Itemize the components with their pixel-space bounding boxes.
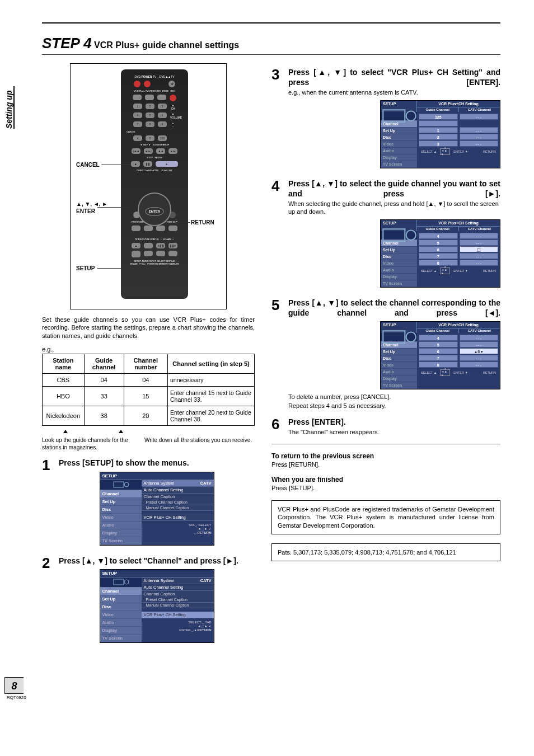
cell [460,341,499,348]
nav-pad-icon [440,369,450,376]
nav-tvscreen: TV Screen [100,635,142,642]
nav-disc: Disc [381,355,417,362]
svg-rect-0 [114,482,124,487]
content-caption: Channel Caption [142,591,214,597]
cell: Enter channel 20 next to Guide Channel 3… [167,406,254,425]
nav-audio: Audio [100,522,142,529]
th-channel-num: Channel number [124,354,167,373]
cell: 15 [124,386,167,406]
cell: CBS [43,373,85,386]
callout-cancel: CANCEL [76,162,100,168]
step-3-head: Press [▲, ▼] to select "VCR Plus+ CH Set… [288,67,500,87]
cell: 125 [419,114,458,120]
table-row: HBO 33 15 Enter channel 15 next to Guide… [43,386,255,406]
trademark-box: VCR Plus+ and PlusCode are registered tr… [271,500,500,534]
cell [460,134,499,140]
cell [460,233,499,239]
cell: 7 [419,355,458,361]
screen-foot: SELECT ▲ENTER ▼RETURN [419,266,498,275]
cell: unnecessary [167,373,254,386]
step-4-head: Press [▲, ▼] to select the guide channel… [288,179,500,199]
below-left-note: Look up the guide channels for the stati… [42,437,137,451]
patents-box: Pats. 5,307,173; 5,335,079; 4,908,713; 4… [271,543,500,561]
setup-screen-5: SETUP VCR Plus+CH Setting Guide ChannelC… [380,321,500,389]
arrow-up-icon [119,430,123,433]
page-number: 8 [4,677,24,694]
dpad [138,192,171,226]
cell [460,253,499,259]
cell: 5 [419,341,458,348]
return-text: Press [RETURN]. [271,461,500,468]
cell [460,114,499,120]
step-number: 2 [42,556,59,646]
svg-rect-6 [383,229,405,241]
content-preset: Preset Channel Caption [142,597,214,603]
nav-setup: Set Up [381,128,417,134]
cell: 4 [419,233,458,239]
cell: 04 [124,373,167,386]
cell [460,140,499,147]
step-6-note: The "Channel" screen reappears. [288,428,500,436]
th-channel-setting: Channel setting (in step 5) [167,354,254,373]
step-number: 3 [271,67,288,172]
hint: SELECT◡ TAB ◄⬚► ↲ ENTER◡ ● RETURN [142,618,214,633]
callout-return: RETURN [191,219,214,226]
cell: 33 [84,386,124,406]
content-auto: Auto Channel Setting [142,487,214,494]
step-5-head: Press [▲, ▼] to select the channel corre… [288,298,500,318]
step-6-head: Press [ENTER]. [288,417,500,427]
cell: 38 [84,406,124,425]
cell [460,355,499,361]
screen-title: VCR Plus+CH Setting [417,322,500,328]
cell: 1 [419,127,458,133]
nav-disc: Disc [381,134,417,141]
nav-display: Display [381,154,417,161]
tv-icon [100,480,142,490]
page-title: STEP 4 VCR Plus+ guide channel settings [42,35,500,55]
step-number: 5 [271,298,288,410]
nav-disc: Disc [100,506,142,514]
nav-tvscreen: TV Screen [381,161,417,168]
th-station: Station name [43,354,85,373]
setup-screen-1: SETUP Channel Set Up Disc Video Audio Di… [100,472,214,546]
cell [460,127,499,133]
step-2-head: Press [▲, ▼] to select "Channel" and pre… [59,556,255,566]
screen-title: VCR Plus+CH Setting [417,220,500,227]
screen-foot: SELECT ▲ENTER ▼RETURN [419,147,498,156]
nav-display: Display [100,529,142,537]
col-guide: Guide Channel [417,107,459,112]
svg-point-3 [124,580,129,584]
cell: 7 [419,253,458,259]
cell [419,120,458,126]
cell: 04 [84,373,124,386]
screen-foot: SELECT ▲ENTER ▼RETURN [419,368,498,377]
nav-channel: Channel [100,588,142,595]
below-right-note: Write down all the stations you can rece… [144,437,255,451]
content-antenna: Antenna SystemCATV [142,577,214,584]
nav-video: Video [100,611,142,619]
step-4-note: When selecting the guide channel, press … [288,200,500,216]
content-auto: Auto Channel Setting [142,584,214,591]
nav-setup: Set Up [100,498,142,506]
svg-point-7 [406,230,415,240]
hint: TAB◡ SELECT ◄⬚► ↲ ◡ RETURN [142,521,214,536]
table-row: CBS 04 04 unnecessary [43,373,255,386]
screen-header: SETUP [100,570,214,577]
nav-pad-icon [440,267,450,274]
content-caption: Channel Caption [142,494,214,500]
svg-point-9 [406,332,415,342]
col-guide: Guide Channel [417,328,459,333]
setup-screen-3: SETUP VCR Plus+CH Setting Guide ChannelC… [380,100,500,168]
cell: 3 [419,140,458,147]
nav-tvscreen: TV Screen [381,280,417,287]
step-number: 4 [271,179,288,291]
setup-screen-2: SETUP Channel Set Up Disc Video Audio Di… [100,569,214,643]
content-vcrplus: VCR Plus+ CH Setting [142,612,214,618]
cell [460,260,499,266]
step-number: 6 [271,417,288,436]
col-catv: CATV Channel [459,328,500,333]
nav-video: Video [100,514,142,522]
col-catv: CATV Channel [459,107,500,112]
content-manual: Manual Channel Caption [142,505,214,511]
cell [460,335,499,341]
